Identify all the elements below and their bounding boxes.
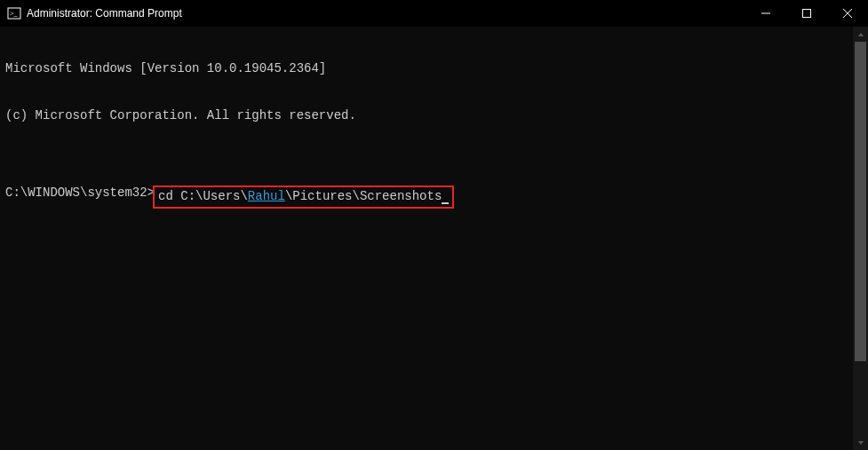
scrollbar-down-icon[interactable] (853, 435, 868, 450)
svg-marker-7 (858, 441, 864, 445)
minimize-button[interactable] (745, 0, 786, 27)
close-button[interactable] (827, 0, 868, 27)
scrollbar-up-icon[interactable] (853, 27, 868, 42)
svg-marker-6 (858, 33, 864, 36)
window-title: Administrator: Command Prompt (27, 7, 182, 20)
prompt-line: C:\WINDOWS\system32>cd C:\Users\Rahul\Pi… (5, 186, 863, 209)
command-highlight: cd C:\Users\Rahul\Pictures\Screenshots (153, 186, 454, 209)
scrollbar-thumb[interactable] (855, 42, 866, 361)
scrollbar[interactable] (853, 27, 868, 450)
command-user: Rahul (248, 189, 285, 203)
command-pre: cd C:\Users\ (158, 189, 248, 203)
cmd-icon: >_ (7, 6, 21, 20)
cursor (442, 202, 449, 204)
copyright-line: (c) Microsoft Corporation. All rights re… (5, 108, 863, 124)
command-post: \Pictures\Screenshots (285, 189, 442, 203)
svg-text:>_: >_ (10, 10, 19, 18)
maximize-button[interactable] (786, 0, 827, 27)
titlebar-left: >_ Administrator: Command Prompt (7, 6, 182, 20)
version-line: Microsoft Windows [Version 10.0.19045.23… (5, 61, 863, 77)
window-controls (745, 0, 868, 27)
svg-rect-3 (803, 10, 811, 18)
terminal-area[interactable]: Microsoft Windows [Version 10.0.19045.23… (0, 27, 868, 450)
titlebar[interactable]: >_ Administrator: Command Prompt (0, 0, 868, 27)
prompt-text: C:\WINDOWS\system32> (5, 186, 155, 209)
